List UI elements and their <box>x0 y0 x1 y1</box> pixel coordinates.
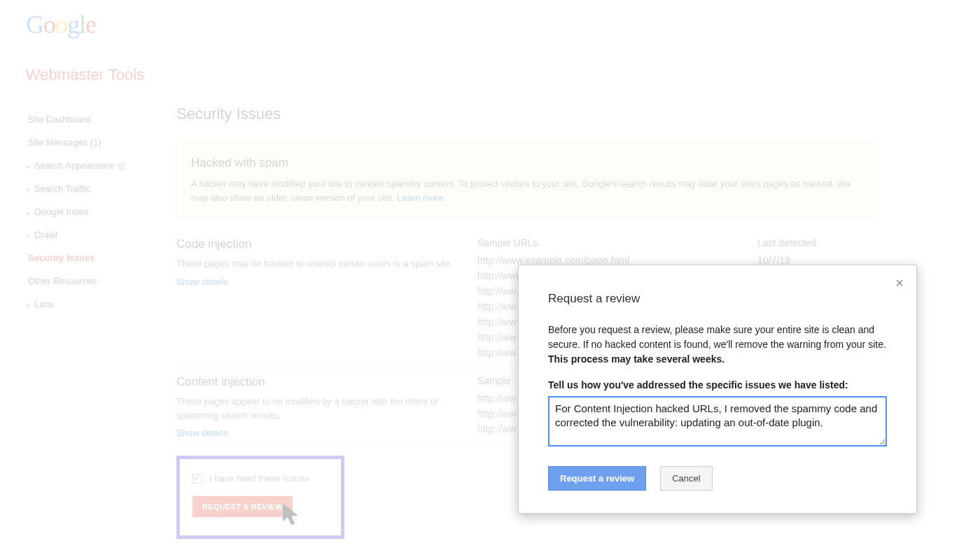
learn-more-link[interactable]: Learn more <box>397 192 443 203</box>
issue-desc: These pages appear to be modified by a h… <box>176 395 463 422</box>
sidebar-item-crawl[interactable]: Crawl <box>21 223 161 246</box>
sidebar-item-labs[interactable]: Labs <box>21 293 161 316</box>
alert-title: Hacked with spam <box>191 156 862 170</box>
close-icon[interactable]: × <box>895 275 904 291</box>
confirm-box: I have fixed these issues REQUEST A REVI… <box>176 456 344 539</box>
issue-title: Code injection <box>176 237 463 251</box>
info-icon: i <box>117 162 126 171</box>
google-logo: Google <box>26 10 96 39</box>
col-sample-urls: Sample URLs: <box>477 237 757 253</box>
request-review-button[interactable]: REQUEST A REVIEW <box>192 496 293 517</box>
page-title: Security Issues <box>176 105 876 123</box>
sidebar-item-dashboard[interactable]: Site Dashboard <box>21 108 161 131</box>
sidebar-item-security-issues[interactable]: Security Issues <box>21 246 161 269</box>
sidebar-item-messages[interactable]: Site Messages (1) <box>21 131 161 154</box>
review-details-textarea[interactable] <box>548 396 887 447</box>
issue-title: Content injection <box>176 375 463 389</box>
fixed-label: I have fixed these issues <box>209 473 309 484</box>
show-details-link[interactable]: Show details <box>176 428 463 438</box>
product-title: Webmaster Tools <box>26 66 144 84</box>
show-details-link[interactable]: Show details <box>176 276 463 287</box>
modal-cancel-button[interactable]: Cancel <box>660 466 712 491</box>
sidebar-item-search-traffic[interactable]: Search Traffic <box>21 177 161 200</box>
alert-body: A hacker may have modified your site to … <box>191 177 862 204</box>
modal-description: Before you request a review, please make… <box>548 323 887 367</box>
modal-textarea-label: Tell us how you've addressed the specifi… <box>548 379 887 391</box>
sidebar: Site Dashboard Site Messages (1) Search … <box>21 108 161 316</box>
col-last-detected: Last detected: <box>757 237 862 253</box>
sidebar-item-other-resources[interactable]: Other Resources <box>21 269 161 293</box>
sidebar-item-google-index[interactable]: Google Index <box>21 200 161 223</box>
fixed-checkbox[interactable] <box>192 474 202 484</box>
issue-desc: These pages may be hacked to redirect ce… <box>176 257 463 271</box>
alert-hacked-spam: Hacked with spam A hacker may have modif… <box>176 143 876 218</box>
request-review-modal: × Request a review Before you request a … <box>518 265 917 514</box>
cursor-icon <box>281 502 302 527</box>
modal-title: Request a review <box>548 292 887 306</box>
sidebar-item-search-appearance[interactable]: Search Appearancei <box>21 154 161 177</box>
modal-request-review-button[interactable]: Request a review <box>548 466 646 491</box>
